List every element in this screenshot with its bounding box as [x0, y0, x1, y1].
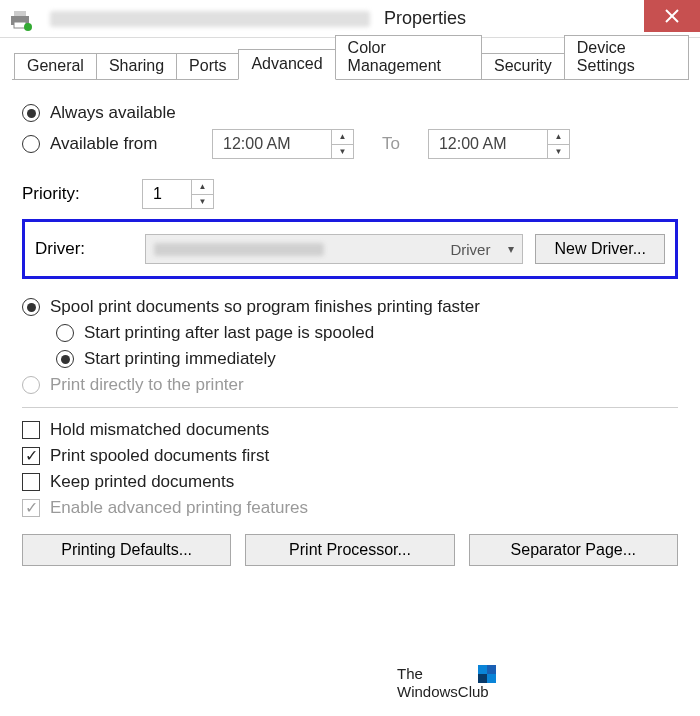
close-button[interactable] — [644, 0, 700, 32]
watermark-logo-icon — [478, 665, 496, 683]
driver-select[interactable]: Driver ▾ — [145, 234, 523, 264]
driver-highlight-box: Driver: Driver ▾ New Driver... — [22, 219, 678, 279]
label-adv-features: Enable advanced printing features — [50, 498, 308, 518]
title-blurred-name — [50, 11, 370, 27]
label-spool: Spool print documents so program finishe… — [50, 297, 480, 317]
time-from-spinner[interactable]: ▲▼ — [331, 130, 353, 158]
time-from-value: 12:00 AM — [213, 135, 331, 153]
driver-suffix: Driver — [450, 241, 490, 258]
tab-ports[interactable]: Ports — [176, 53, 239, 80]
label-start-after: Start printing after last page is spoole… — [84, 323, 374, 343]
tab-advanced[interactable]: Advanced — [238, 49, 335, 80]
printing-defaults-button[interactable]: Printing Defaults... — [22, 534, 231, 566]
radio-always-available[interactable] — [22, 104, 40, 122]
label-always-available: Always available — [50, 103, 176, 123]
tabstrip-divider — [12, 79, 688, 80]
tab-general[interactable]: General — [14, 53, 97, 80]
label-to: To — [382, 134, 400, 154]
time-to-field[interactable]: 12:00 AM ▲▼ — [428, 129, 570, 159]
titlebar: Properties — [0, 0, 700, 38]
printer-icon — [8, 7, 32, 31]
radio-available-from[interactable] — [22, 135, 40, 153]
tab-sharing[interactable]: Sharing — [96, 53, 177, 80]
label-keep: Keep printed documents — [50, 472, 234, 492]
label-spooled-first: Print spooled documents first — [50, 446, 269, 466]
label-start-immediate: Start printing immediately — [84, 349, 276, 369]
tab-row: General Sharing Ports Advanced Color Man… — [0, 38, 700, 80]
radio-print-direct — [22, 376, 40, 394]
tab-security[interactable]: Security — [481, 53, 565, 80]
label-available-from: Available from — [50, 134, 212, 154]
time-to-value: 12:00 AM — [429, 135, 547, 153]
time-from-field[interactable]: 12:00 AM ▲▼ — [212, 129, 354, 159]
tab-device-settings[interactable]: Device Settings — [564, 35, 689, 80]
check-spooled-first[interactable] — [22, 447, 40, 465]
title-suffix: Properties — [384, 8, 466, 29]
check-hold[interactable] — [22, 421, 40, 439]
label-print-direct: Print directly to the printer — [50, 375, 244, 395]
check-keep[interactable] — [22, 473, 40, 491]
label-priority: Priority: — [22, 184, 142, 204]
tab-color-management[interactable]: Color Management — [335, 35, 482, 80]
advanced-page: Always available Available from 12:00 AM… — [0, 81, 700, 578]
print-processor-button[interactable]: Print Processor... — [245, 534, 454, 566]
watermark-text: The WindowsClub — [397, 665, 489, 701]
svg-point-3 — [24, 23, 32, 31]
separator-page-button[interactable]: Separator Page... — [469, 534, 678, 566]
priority-field[interactable]: 1 ▲▼ — [142, 179, 214, 209]
svg-rect-1 — [14, 11, 26, 16]
priority-value: 1 — [143, 185, 191, 203]
label-hold: Hold mismatched documents — [50, 420, 269, 440]
label-driver: Driver: — [35, 239, 145, 259]
time-to-spinner[interactable]: ▲▼ — [547, 130, 569, 158]
separator-line — [22, 407, 678, 408]
radio-start-after[interactable] — [56, 324, 74, 342]
new-driver-button[interactable]: New Driver... — [535, 234, 665, 264]
chevron-down-icon: ▾ — [508, 242, 514, 256]
properties-window: Properties General Sharing Ports Advance… — [0, 0, 700, 578]
radio-start-immediate[interactable] — [56, 350, 74, 368]
priority-spinner[interactable]: ▲▼ — [191, 180, 213, 208]
check-adv-features — [22, 499, 40, 517]
close-icon — [665, 9, 679, 23]
driver-name-blurred — [154, 243, 324, 256]
radio-spool[interactable] — [22, 298, 40, 316]
